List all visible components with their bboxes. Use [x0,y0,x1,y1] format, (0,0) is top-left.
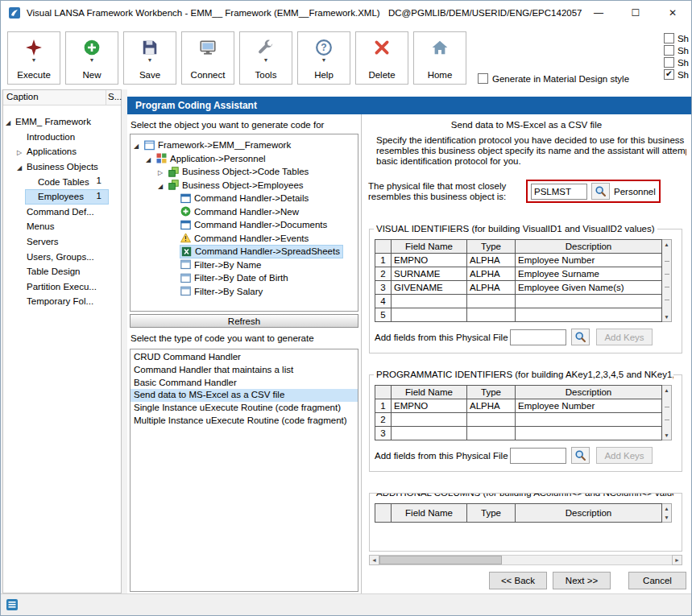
home-button[interactable]: Home [413,31,466,85]
scroll-right-icon[interactable] [672,555,682,565]
expander-icon[interactable] [158,180,168,190]
expander-icon[interactable] [17,147,27,156]
side-checkbox-2[interactable]: Sh [664,45,689,56]
table-row[interactable]: 1EMPNOALPHAEmployee Number [375,254,662,267]
refresh-button[interactable]: Refresh [130,314,358,328]
home-icon [431,38,449,57]
sidebar-item-business-objects[interactable]: Business Objects [3,159,121,175]
sidebar-item-menus[interactable]: Menus [3,219,121,234]
sidebar-item-servers[interactable]: Servers [3,234,121,250]
sidebar-item-emm-framework[interactable]: EMM_ Framework [3,114,121,130]
sidebar-item-temporary-folder[interactable]: Temporary Fol... [3,294,121,309]
scrollbar-thumb[interactable] [379,556,502,564]
add-fields-input[interactable] [510,329,566,345]
content-area: Caption S... EMM_ Framework Introduction… [1,89,691,595]
tree-item-ch-spreadsheets[interactable]: Command Handler->SpreadSheets [131,245,358,258]
tree-item-bo-employees[interactable]: Business Object->Employees [131,179,358,192]
sidebar-item-command-definitions[interactable]: Command Def... [3,205,121,220]
sidebar-item-applications[interactable]: Applications [3,144,121,159]
checkbox-icon [478,73,488,84]
maximize-button[interactable]: ☐ [617,1,654,25]
assistant-title-bar: Program Coding Assistant [127,97,691,114]
caption-column-header[interactable]: Caption [3,90,106,105]
delete-button[interactable]: Delete [355,31,408,85]
additional-columns-section: ADDITIONAL COLUMNS (for building AColumn… [369,493,682,552]
physical-file-input[interactable] [531,184,587,200]
new-button[interactable]: New [65,31,118,85]
search-fields-button[interactable] [571,329,590,345]
table-row[interactable]: 3GIVENAMEALPHAEmployee Given Name(s) [375,281,662,295]
tree-item-application-personnel[interactable]: Application->Personnel [131,152,358,166]
code-type-single-uexecute[interactable]: Single Instance uExecute Routine (code f… [131,402,358,415]
tree-item-bo-code-tables[interactable]: Business Object->Code Tables [131,165,358,179]
tree-item-label: Command Handler->SpreadSheets [195,246,340,256]
help-button[interactable]: ? Help [297,31,350,85]
additional-columns-table[interactable]: Field Name Type Description [375,503,662,523]
table-row[interactable]: 2SURNAMEALPHAEmployee Surname [375,267,662,281]
scrollbar-track[interactable] [379,555,672,565]
tree-item-framework[interactable]: Framework->EMM__Framework [131,138,358,152]
add-keys-button[interactable]: Add Keys [596,447,653,464]
side-checkbox-4[interactable]: Sh [664,69,689,80]
code-type-crud[interactable]: CRUD Command Handler [131,351,358,364]
tools-button[interactable]: Tools [239,31,292,85]
physical-file-search-button[interactable] [591,183,610,200]
status-column-header[interactable]: S... [106,90,121,105]
back-button[interactable]: << Back [489,572,547,589]
table-header-row: Field Name Type Description [375,386,662,399]
table-row[interactable]: 1EMPNOALPHAEmployee Number [375,399,662,413]
tree-item-label: Filter->By Salary [194,287,263,296]
expander-icon[interactable] [134,140,143,150]
material-design-checkbox[interactable]: Generate in Material Design style [478,73,629,84]
table-row[interactable]: 3 [375,427,662,440]
code-type-list-handler[interactable]: Command Handler that maintains a list [131,364,358,377]
horizontal-scrollbar[interactable] [369,555,682,565]
filter-icon [180,286,191,296]
expander-icon[interactable] [6,117,15,126]
tree-item-filter-by-dob[interactable]: Filter->By Date of Birth [131,271,358,285]
tree-item-ch-details[interactable]: Command Handler->Details [131,192,358,205]
table-row[interactable]: 2 [375,413,662,427]
tools-icon [257,38,275,57]
tree-item-filter-by-name[interactable]: Filter->By Name [131,258,358,272]
new-label: New [82,70,101,84]
visual-identifiers-table[interactable]: Field Name Type Description 1EMPNOALPHAE… [375,239,662,322]
row-grips [665,249,669,312]
code-type-csv[interactable]: Send data to MS-Excel as a CSV file [131,389,358,402]
sidebar-item-users-groups[interactable]: Users, Groups... [3,249,121,264]
add-fields-input[interactable] [510,448,566,464]
save-icon [141,38,159,57]
next-button[interactable]: Next >> [553,572,611,589]
programmatic-identifiers-table[interactable]: Field Name Type Description 1EMPNOALPHAE… [375,385,662,440]
sidebar-item-employees[interactable]: Employees1 [3,189,121,205]
cancel-button[interactable]: Cancel [628,572,686,589]
table-row[interactable]: 5 [375,308,662,322]
code-type-multiple-uexecute[interactable]: Multiple Instance uExecute Routine (code… [131,415,358,428]
sidebar-item-partition-execution[interactable]: Partition Execu... [3,279,121,295]
close-button[interactable]: ✕ [654,1,691,25]
sidebar-item-code-tables[interactable]: Code Tables1 [3,174,121,189]
minimize-button[interactable]: — [580,1,617,25]
connect-button[interactable]: Connect [181,31,234,85]
expander-icon[interactable] [17,162,27,172]
tree-item-filter-by-salary[interactable]: Filter->By Salary [131,285,358,299]
tree-item-ch-documents[interactable]: Command Handler->Documents [131,218,358,232]
add-keys-button[interactable]: Add Keys [596,329,653,345]
search-fields-button[interactable] [571,447,590,464]
table-scrollbar[interactable] [662,239,672,322]
table-scrollbar[interactable] [662,503,672,523]
table-scrollbar[interactable] [662,385,672,440]
save-button[interactable]: Save [123,31,176,85]
side-checkbox-3[interactable]: Sh [664,57,689,68]
table-row[interactable]: 4 [375,295,662,308]
execute-button[interactable]: Execute [7,31,60,85]
side-checkbox-1[interactable]: Sh [664,33,689,43]
code-type-basic[interactable]: Basic Command Handler [131,377,358,390]
expander-icon[interactable] [146,154,155,163]
sidebar-item-introduction[interactable]: Introduction [3,130,121,145]
sidebar-item-table-design[interactable]: Table Design [3,264,121,279]
tree-item-ch-events[interactable]: Command Handler->Events [131,232,358,246]
expander-icon[interactable] [158,167,168,176]
scroll-left-icon[interactable] [369,555,379,565]
tree-item-ch-new[interactable]: Command Handler->New [131,205,358,219]
